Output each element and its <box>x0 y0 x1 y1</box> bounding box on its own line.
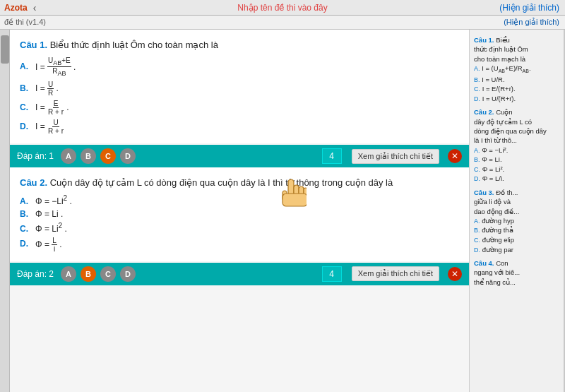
ans-label-2: Đáp án: 2 <box>17 269 54 279</box>
ans-circle-1-c[interactable]: C <box>100 148 116 164</box>
main-area: Câu 1. Biểu thức định luật Ôm cho toàn m… <box>0 30 565 392</box>
title-center[interactable]: Nhập tên đề thi vào đây <box>237 3 327 13</box>
ans-circle-1-b[interactable]: B <box>81 148 96 164</box>
mini-q2: Câu 2. Cuộn dây độ tự cảm L có dòng điện… <box>474 107 559 184</box>
sub-bar: đề thi (v1.4) (Hiện giải thích) <box>0 16 565 30</box>
question-2-number: Câu 2. <box>20 177 47 188</box>
show-hint-button[interactable]: (Hiện giải thích) <box>499 3 559 13</box>
ans-circle-2-d[interactable]: D <box>120 266 136 282</box>
question-1-number: Câu 1. <box>20 40 47 50</box>
ans-number-1: 4 <box>322 148 342 164</box>
question-block-1: Câu 1. Biểu thức định luật Ôm cho toàn m… <box>10 30 469 143</box>
ans-close-btn-2[interactable]: ✕ <box>448 267 462 281</box>
mini-q3: Câu 3. Đồ th... giữa li độ và dao động đ… <box>474 188 559 254</box>
ans-number-2: 4 <box>322 266 342 282</box>
ans-close-btn-1[interactable]: ✕ <box>448 149 462 163</box>
question-block-2: Câu 2. Cuộn dây độ tự cảm L có dòng điện… <box>10 167 469 261</box>
app-logo: Azota <box>4 3 28 13</box>
answer-2-b: B. Φ = Li . <box>20 209 459 219</box>
ans-circle-1-d[interactable]: D <box>120 148 136 164</box>
answer-bar-1: Đáp án: 1 A B C D 4 Xem giải thích chi t… <box>10 145 469 167</box>
answer-2-a: A. Φ = −Li2 . <box>20 194 459 206</box>
answer-2-c: C. Φ = Li2 . <box>20 222 459 234</box>
mini-q4: Câu 4. Con ngang với biê... thể năng củ.… <box>474 259 559 287</box>
scrollbar[interactable] <box>0 30 10 392</box>
sub-bar-left: đề thi (v1.4) <box>4 18 46 27</box>
answer-2-d: D. Φ = Li . <box>20 237 459 253</box>
ans-circle-2-a[interactable]: A <box>61 266 76 282</box>
questions-panel: Câu 1. Biểu thức định luật Ôm cho toàn m… <box>10 30 469 392</box>
question-1-title: Câu 1. Biểu thức định luật Ôm cho toàn m… <box>20 38 459 52</box>
mini-panel: Câu 1. Biểu thức định luật Ôm cho toàn m… <box>469 30 564 392</box>
scroll-thumb[interactable] <box>1 35 9 64</box>
ans-detail-btn-2[interactable]: Xem giải thích chi tiết <box>352 266 439 281</box>
ans-label-1: Đáp án: 1 <box>17 151 54 161</box>
question-2-title: Câu 2. Cuộn dây độ tự cảm L có dòng điện… <box>20 176 459 190</box>
mini-q1: Câu 1. Biểu thức định luật Ôm cho toàn m… <box>474 35 559 103</box>
answer-1-d: D. I = UR + r <box>20 119 459 135</box>
answer-bar-2: Đáp án: 2 A B C D 4 Xem giải thích chi t… <box>10 263 469 285</box>
answer-1-c: C. I = ER + r . <box>20 100 459 116</box>
ans-circle-1-a[interactable]: A <box>61 148 76 164</box>
ans-circle-2-c[interactable]: C <box>100 266 116 282</box>
ans-detail-btn-1[interactable]: Xem giải thích chi tiết <box>352 149 439 164</box>
sub-bar-right[interactable]: (Hiện giải thích) <box>504 18 559 27</box>
answer-1-b: B. I = UR . <box>20 81 459 97</box>
answer-1-a: A. I = UAB+ERAB . <box>20 57 459 78</box>
ans-circle-2-b[interactable]: B <box>81 266 96 282</box>
back-button[interactable]: ‹ <box>33 2 37 13</box>
title-bar: Azota ‹ Nhập tên đề thi vào đây (Hiện gi… <box>0 0 565 16</box>
